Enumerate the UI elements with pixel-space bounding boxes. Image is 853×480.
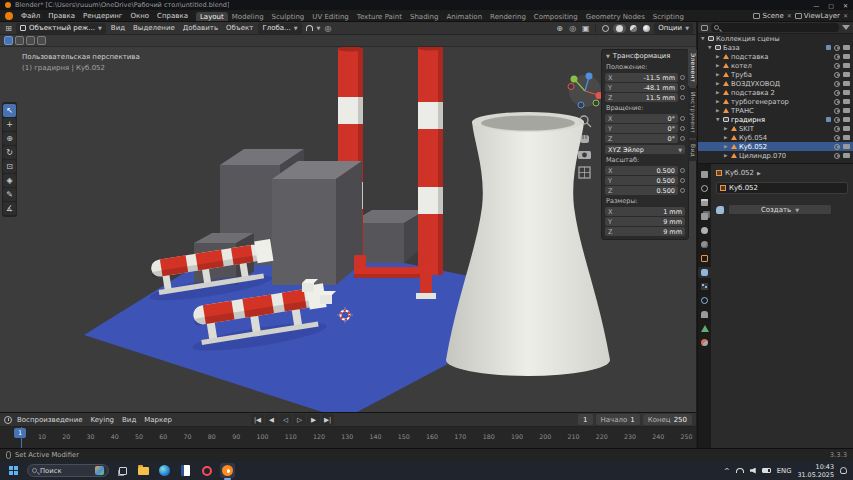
outliner-row-object[interactable]: ▶ ВОЗДУХОВОД [698,79,853,88]
blender-menu-icon[interactable] [5,12,13,20]
playhead-frame-tag[interactable]: 1 [14,428,26,438]
clock[interactable]: 10:43 31.05.2025 [797,463,834,479]
maximize-button[interactable]: ▢ [828,2,834,9]
menu-marker[interactable]: Маркер [141,416,175,424]
select-mode-subtract-icon[interactable] [26,36,35,45]
shading-rendered-icon[interactable] [641,23,652,34]
xray-toggle-icon[interactable]: ▣ [580,23,591,34]
lock-icon[interactable] [680,116,685,121]
outliner-row-object[interactable]: ▶ Цилиндр.070 [698,151,853,160]
close-button[interactable]: ✕ [843,2,848,9]
disclosure-triangle-icon[interactable]: ▼ [708,45,713,50]
menu-view[interactable]: Вид [119,416,139,424]
scene-unlink-icon[interactable]: ✕ [786,12,793,19]
disable-render-icon[interactable] [843,153,850,158]
disable-render-icon[interactable] [843,99,850,104]
menu-edit[interactable]: Правка [44,12,79,20]
filter-icon[interactable] [842,25,850,30]
exclude-checkbox[interactable] [826,45,831,50]
disclosure-triangle-icon[interactable]: ▶ [716,99,721,104]
outliner-row-object[interactable]: ▶ ТРАНС [698,106,853,115]
workspace-tab-shading[interactable]: Shading [406,12,442,22]
menu-select[interactable]: Выделение [130,24,178,32]
options-dropdown[interactable]: Опции▼ [654,23,693,34]
camera-view-icon[interactable] [578,151,591,159]
outliner-row-object[interactable]: ▶ Труба [698,70,853,79]
disclosure-triangle-icon[interactable]: ▼ [701,36,706,41]
select-mode-invert-icon[interactable] [37,36,46,45]
frame-start-field[interactable]: Начало1 [596,414,640,425]
number-field[interactable]: Z 11.5 mm [605,93,678,102]
prev-keyframe-button[interactable]: ◀ [265,414,278,425]
shading-solid-icon[interactable] [613,24,626,33]
document-app-button[interactable] [178,463,193,478]
workspace-tab-texture-paint[interactable]: Texture Paint [353,12,406,22]
mode-dropdown[interactable]: Объектный реж...▼ [16,23,106,34]
outliner-row-object[interactable]: ▶ Куб.054 [698,133,853,142]
overlays-toggle-icon[interactable]: ◎ [567,23,578,34]
start-button[interactable] [6,463,21,478]
language-indicator[interactable]: ENG [777,467,792,475]
blender-app-button[interactable] [220,463,235,478]
jump-to-start-button[interactable]: |◀ [251,414,264,425]
disclosure-triangle-icon[interactable]: ▶ [724,144,729,149]
speaker-icon[interactable] [750,468,756,474]
disclosure-triangle-icon[interactable]: ▶ [716,90,721,95]
number-field[interactable]: Y -48.1 mm [605,83,678,92]
outliner-row-collection[interactable]: ▼ градирня [698,115,853,124]
lock-icon[interactable] [680,85,685,90]
workspace-tab-sculpting[interactable]: Sculpting [268,12,309,22]
disclosure-triangle-icon[interactable]: ▶ [724,153,729,158]
workspace-tab-rendering[interactable]: Rendering [486,12,530,22]
task-view-button[interactable] [115,463,130,478]
disable-render-icon[interactable] [843,108,850,113]
move-tool[interactable]: ⊕ [3,132,16,145]
next-keyframe-button[interactable]: ▶ [307,414,320,425]
number-field[interactable]: X -11.5 mm [605,73,678,82]
opera-browser-button[interactable] [199,463,214,478]
lock-icon[interactable] [680,188,685,193]
number-field[interactable]: Z 0° [605,134,678,143]
lock-icon[interactable] [680,126,685,131]
object-name-field[interactable]: Куб.052 [716,182,848,194]
disable-render-icon[interactable] [843,144,850,149]
frame-end-field[interactable]: Конец250 [643,414,692,425]
shading-material-icon[interactable] [628,23,639,34]
disable-render-icon[interactable] [843,54,850,59]
rotation-mode-dropdown[interactable]: XYZ Эйлер▼ [605,145,685,154]
menu-file[interactable]: Файл [17,12,44,20]
disable-render-icon[interactable] [843,117,850,122]
disable-render-icon[interactable] [843,81,850,86]
outliner-row-object[interactable]: ▶ подставка 2 [698,88,853,97]
battery-icon[interactable] [762,468,771,473]
menu-help[interactable]: Справка [153,12,192,20]
number-field[interactable]: Z 9 mm [605,227,685,236]
hide-eye-icon[interactable] [834,144,840,150]
disclosure-triangle-icon[interactable]: ▶ [716,108,721,113]
current-frame-field[interactable]: 1 [578,414,592,425]
hide-eye-icon[interactable] [834,108,840,114]
properties-tab-output[interactable] [698,197,711,208]
exclude-checkbox[interactable] [826,117,831,122]
outliner-editor-icon[interactable] [701,25,708,31]
menu-add[interactable]: Добавить [180,24,221,32]
gizmos-toggle-icon[interactable]: ⊕ [554,23,565,34]
file-explorer-button[interactable] [136,463,151,478]
properties-tab-tool[interactable] [698,169,711,180]
disable-render-icon[interactable] [843,126,850,131]
3d-viewport[interactable]: Пользовательская перспектива (1) градирн… [0,47,696,412]
hide-eye-icon[interactable] [834,117,840,123]
editor-type-button[interactable]: ⊞ [3,23,14,34]
properties-tab-material[interactable] [698,337,711,348]
hide-eye-icon[interactable] [834,90,840,96]
cursor-tool[interactable]: + [3,118,16,131]
outliner-search-input[interactable] [711,23,839,32]
number-field[interactable]: X 1 mm [605,207,685,216]
hide-eye-icon[interactable] [834,81,840,87]
minimize-button[interactable]: — [813,2,819,9]
timeline-ruler[interactable]: 1020304050607080901001101201301401501601… [0,427,696,448]
lock-icon[interactable] [680,75,685,80]
workspace-tab-uv-editing[interactable]: UV Editing [308,12,353,22]
hide-eye-icon[interactable] [834,99,840,105]
notifications-bell-icon[interactable] [840,467,847,474]
